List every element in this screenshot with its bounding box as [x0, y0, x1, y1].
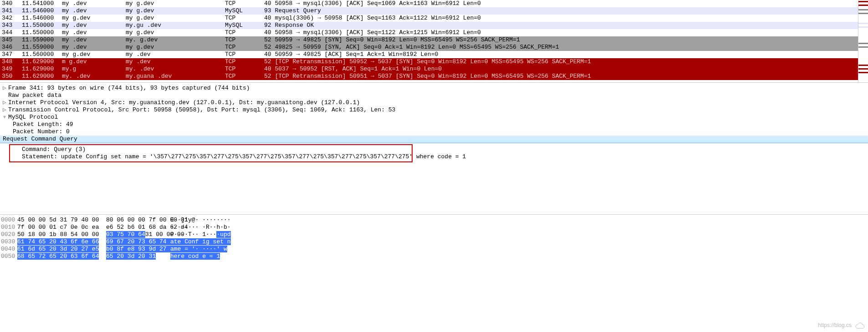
- cell: my .dev: [62, 22, 126, 29]
- cell: 11.560000: [22, 51, 62, 58]
- cloud-icon: [853, 322, 865, 330]
- cell: my.g: [62, 65, 126, 73]
- table-row[interactable]: 34311.550000my .devmy.gu .devMySQL92 Res…: [0, 22, 858, 29]
- cell: my g.dev: [62, 15, 126, 22]
- cell: m g.dev: [62, 58, 126, 65]
- stmt-label: Statement: update Config set name = '\35…: [22, 153, 466, 160]
- cell: 11.541000: [22, 0, 62, 7]
- cell: 11.559000: [22, 36, 62, 44]
- cell: 345: [2, 36, 22, 44]
- ip-label: Internet Protocol Version 4, Src: my.gua…: [8, 99, 360, 106]
- cell: 346: [2, 44, 22, 51]
- table-row[interactable]: 34011.541000my .devmy g.devTCP40 50958 →…: [0, 0, 858, 7]
- table-row[interactable]: 34411.550000my .devmy g.devTCP40 50958 →…: [0, 29, 858, 36]
- cell: 52 [TCP Retransmission] 50952 → 5037 [SY…: [264, 58, 858, 65]
- cell: my. g.dev: [126, 36, 225, 44]
- cell: my .dev: [62, 44, 126, 51]
- cell: 11.550000: [22, 22, 62, 29]
- cell: TCP: [225, 0, 264, 7]
- hex-line[interactable]: 003061 74 65 20 43 6f 6e 66 69 67 20 73 …: [0, 238, 868, 246]
- cell: 342: [2, 15, 22, 22]
- tree-packet-length[interactable]: Packet Length: 49: [0, 121, 868, 128]
- cell: my .dev: [62, 29, 126, 36]
- cell: TCP: [225, 51, 264, 58]
- tree-command[interactable]: Command: Query (3): [10, 146, 412, 153]
- table-row[interactable]: 34911.629000my.gmy. .devTCP40 5037 → 509…: [0, 65, 858, 73]
- cell: TCP: [225, 65, 264, 73]
- tree-raw[interactable]: Raw packet data: [0, 92, 868, 99]
- cell: TCP: [225, 29, 264, 36]
- cell: my g.dev: [126, 29, 225, 36]
- cell: 11.546000: [22, 15, 62, 22]
- packet-rows-container: 34011.541000my .devmy g.devTCP40 50958 →…: [0, 0, 858, 82]
- cell: 52 [TCP Retransmission] 50951 → 5037 [SY…: [264, 73, 858, 80]
- cell: 52 50959 → 49825 [SYN] Seq=0 Win=8192 Le…: [264, 36, 858, 44]
- cell: my. .dev: [62, 73, 126, 80]
- cell: 343: [2, 22, 22, 29]
- cell: TCP: [225, 44, 264, 51]
- cell: my.gu .dev: [126, 22, 225, 29]
- cell: 340: [2, 0, 22, 7]
- hex-line[interactable]: 005068 65 72 65 20 63 6f 64 65 20 3d 20 …: [0, 253, 868, 260]
- cell: my .dev: [126, 51, 225, 58]
- cell: my. .dev: [126, 65, 225, 73]
- cell: TCP: [225, 73, 264, 80]
- cell: my .dev: [62, 0, 126, 7]
- cell: 344: [2, 29, 22, 36]
- hex-line[interactable]: 000045 00 00 5d 31 79 40 00 80 06 00 00 …: [0, 216, 868, 224]
- watermark-text: https://blog.cs: [818, 322, 852, 328]
- hex-line[interactable]: 002050 18 00 1b 88 54 00 00 03 75 70 643…: [0, 231, 868, 238]
- packet-list-pane[interactable]: 34011.541000my .devmy g.devTCP40 50958 →…: [0, 0, 868, 83]
- cell: 348: [2, 58, 22, 65]
- cell: 349: [2, 65, 22, 73]
- cell: TCP: [225, 58, 264, 65]
- table-row[interactable]: 34511.559000my .devmy. g.devTCP52 50959 …: [0, 36, 858, 44]
- hex-dump-pane[interactable]: 000045 00 00 5d 31 79 40 00 80 06 00 00 …: [0, 215, 868, 265]
- packet-minimap[interactable]: [858, 0, 868, 82]
- packet-detail-tree[interactable]: ▷Frame 341: 93 bytes on wire (744 bits),…: [0, 83, 868, 215]
- cell: my .dev: [62, 7, 126, 15]
- cell: 52 49825 → 50959 [SYN, ACK] Seq=0 Ack=1 …: [264, 44, 858, 51]
- cell: 92 Response OK: [264, 22, 858, 29]
- table-row[interactable]: 34611.559000my .devmy g.devTCP52 49825 →…: [0, 44, 858, 51]
- cell: 11.550000: [22, 29, 62, 36]
- cell: my g.dev: [126, 7, 225, 15]
- tree-packet-number[interactable]: Packet Number: 0: [0, 128, 868, 136]
- mysql-label: MySQL Protocol: [8, 114, 58, 121]
- table-row[interactable]: 34211.546000my g.devmy g.devTCP40 mysql(…: [0, 15, 858, 22]
- raw-label: Raw packet data: [8, 92, 61, 99]
- table-row[interactable]: 35011.629000my. .devmy.guana .devTCP52 […: [0, 73, 858, 80]
- cell: my g.dev: [62, 51, 126, 58]
- cell: my g.dev: [126, 15, 225, 22]
- tree-mysql[interactable]: ▿MySQL Protocol: [0, 114, 868, 121]
- cell: my g.dev: [126, 0, 225, 7]
- cell: my g.dev: [126, 44, 225, 51]
- cell: TCP: [225, 15, 264, 22]
- cell: 40 50958 → mysql(3306) [ACK] Seq=1069 Ac…: [264, 0, 858, 7]
- cell: my.guana .dev: [126, 73, 225, 80]
- cell: 11.546000: [22, 7, 62, 15]
- cell: MySQL: [225, 7, 264, 15]
- cell: 11.629000: [22, 65, 62, 73]
- table-row[interactable]: 34711.560000my g.devmy .devTCP40 50959 →…: [0, 51, 858, 58]
- cell: 347: [2, 51, 22, 58]
- cell: 93 Request Query: [264, 7, 858, 15]
- tree-request-command-query[interactable]: ▿Request Command Query: [0, 136, 868, 143]
- cell: 11.559000: [22, 44, 62, 51]
- cell: 40 5037 → 50952 [RST, ACK] Seq=1 Ack=1 W…: [264, 65, 858, 73]
- cell: 11.629000: [22, 58, 62, 65]
- tree-statement[interactable]: Statement: update Config set name = '\35…: [10, 153, 412, 161]
- cell: MySQL: [225, 22, 264, 29]
- tree-tcp[interactable]: ▷Transmission Control Protocol, Src Port…: [0, 106, 868, 114]
- hex-line[interactable]: 00107f 00 00 01 c7 0e 0c ea e6 52 b6 01 …: [0, 224, 868, 231]
- table-row[interactable]: 34811.629000m g.devmy .devTCP52 [TCP Ret…: [0, 58, 858, 65]
- table-row[interactable]: 34111.546000my .devmy g.devMySQL93 Reque…: [0, 7, 858, 15]
- tcp-label: Transmission Control Protocol, Src Port:…: [8, 106, 395, 113]
- tree-ip[interactable]: ▷Internet Protocol Version 4, Src: my.gu…: [0, 99, 868, 106]
- cell: my .dev: [126, 58, 225, 65]
- tree-frame[interactable]: ▷Frame 341: 93 bytes on wire (744 bits),…: [0, 85, 868, 92]
- reqcmd-label: Request Command Query: [3, 136, 77, 142]
- frame-label: Frame 341: 93 bytes on wire (744 bits), …: [8, 85, 250, 91]
- cell: TCP: [225, 36, 264, 44]
- hex-line[interactable]: 004061 6d 65 20 3d 20 27 e5 b0 8f e8 93 …: [0, 246, 868, 253]
